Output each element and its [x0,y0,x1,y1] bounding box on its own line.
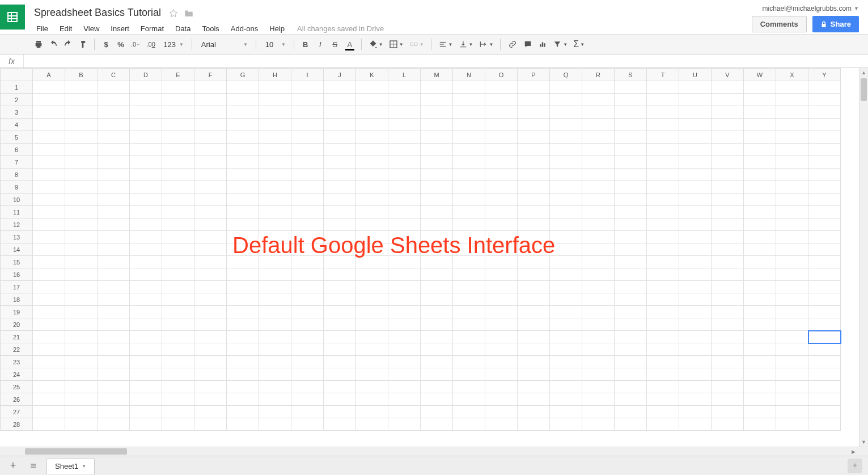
cell-R1[interactable] [582,81,615,94]
cell-Y8[interactable] [808,169,841,181]
cell-R18[interactable] [582,293,615,306]
cell-A21[interactable] [33,331,65,343]
cell-G2[interactable] [227,94,259,106]
cell-O28[interactable] [485,418,518,431]
cell-X27[interactable] [776,406,808,418]
cell-P3[interactable] [518,106,550,119]
cell-Q5[interactable] [550,131,582,144]
cell-T12[interactable] [647,218,679,231]
cell-P5[interactable] [518,131,550,144]
cell-I16[interactable] [291,268,324,281]
cell-T11[interactable] [647,206,679,218]
cell-D2[interactable] [130,94,162,106]
cell-N4[interactable] [453,119,485,131]
cell-I12[interactable] [291,218,324,231]
cell-I3[interactable] [291,106,324,119]
cell-W17[interactable] [744,281,776,293]
cell-P22[interactable] [518,343,550,356]
row-header[interactable]: 14 [1,243,33,256]
cell-J5[interactable] [324,131,356,144]
cell-U21[interactable] [679,331,712,343]
cell-X16[interactable] [776,268,808,281]
horizontal-scrollbar[interactable]: ▶ [0,447,868,456]
cell-J12[interactable] [324,218,356,231]
cell-M6[interactable] [421,144,453,156]
menu-file[interactable]: File [32,22,53,35]
cell-E23[interactable] [162,356,194,368]
cell-X2[interactable] [776,94,808,106]
cell-J20[interactable] [324,318,356,331]
cell-W25[interactable] [744,381,776,393]
cell-Y10[interactable] [808,194,841,206]
cell-Y18[interactable] [808,293,841,306]
cell-F22[interactable] [194,343,227,356]
cell-U5[interactable] [679,131,712,144]
cell-D11[interactable] [130,206,162,218]
column-header[interactable]: O [485,69,518,81]
cell-B21[interactable] [65,331,98,343]
cell-S22[interactable] [615,343,647,356]
cell-G12[interactable] [227,218,259,231]
cell-A26[interactable] [33,393,65,406]
cell-M28[interactable] [421,418,453,431]
cell-L20[interactable] [388,318,421,331]
cell-C14[interactable] [98,243,130,256]
cell-H4[interactable] [259,119,291,131]
borders-button[interactable]: ▼ [387,37,406,52]
cell-D12[interactable] [130,218,162,231]
cell-V25[interactable] [712,381,744,393]
cell-P2[interactable] [518,94,550,106]
cell-C26[interactable] [98,393,130,406]
cell-D20[interactable] [130,318,162,331]
cell-T21[interactable] [647,331,679,343]
cell-N24[interactable] [453,368,485,381]
cell-O14[interactable] [485,243,518,256]
cell-D24[interactable] [130,368,162,381]
cell-D4[interactable] [130,119,162,131]
cell-P11[interactable] [518,206,550,218]
cell-L24[interactable] [388,368,421,381]
row-header[interactable]: 23 [1,356,33,368]
cell-O18[interactable] [485,293,518,306]
cell-K25[interactable] [356,381,388,393]
cell-T17[interactable] [647,281,679,293]
cell-B5[interactable] [65,131,98,144]
cell-Q14[interactable] [550,243,582,256]
cell-K26[interactable] [356,393,388,406]
cell-T27[interactable] [647,406,679,418]
cell-V23[interactable] [712,356,744,368]
cell-M8[interactable] [421,169,453,181]
scroll-down-icon[interactable]: ▼ [859,438,868,447]
bold-button[interactable]: B [299,37,312,52]
cell-W4[interactable] [744,119,776,131]
cell-R17[interactable] [582,281,615,293]
cell-U14[interactable] [679,243,712,256]
cell-A5[interactable] [33,131,65,144]
column-header[interactable]: J [324,69,356,81]
cell-D25[interactable] [130,381,162,393]
cell-J28[interactable] [324,418,356,431]
paint-format-button[interactable] [76,37,90,52]
column-header[interactable]: W [744,69,776,81]
cell-F17[interactable] [194,281,227,293]
cell-P10[interactable] [518,194,550,206]
cell-V20[interactable] [712,318,744,331]
cell-G27[interactable] [227,406,259,418]
cell-W23[interactable] [744,356,776,368]
folder-icon[interactable] [184,9,194,18]
cell-E8[interactable] [162,169,194,181]
cell-G23[interactable] [227,356,259,368]
cell-E22[interactable] [162,343,194,356]
cell-D21[interactable] [130,331,162,343]
cell-C13[interactable] [98,231,130,243]
cell-A4[interactable] [33,119,65,131]
cell-J6[interactable] [324,144,356,156]
cell-N26[interactable] [453,393,485,406]
cell-O19[interactable] [485,306,518,318]
cell-M9[interactable] [421,181,453,194]
cell-G20[interactable] [227,318,259,331]
cell-X18[interactable] [776,293,808,306]
cell-J26[interactable] [324,393,356,406]
scroll-right-icon[interactable]: ▶ [849,447,858,456]
cell-O5[interactable] [485,131,518,144]
